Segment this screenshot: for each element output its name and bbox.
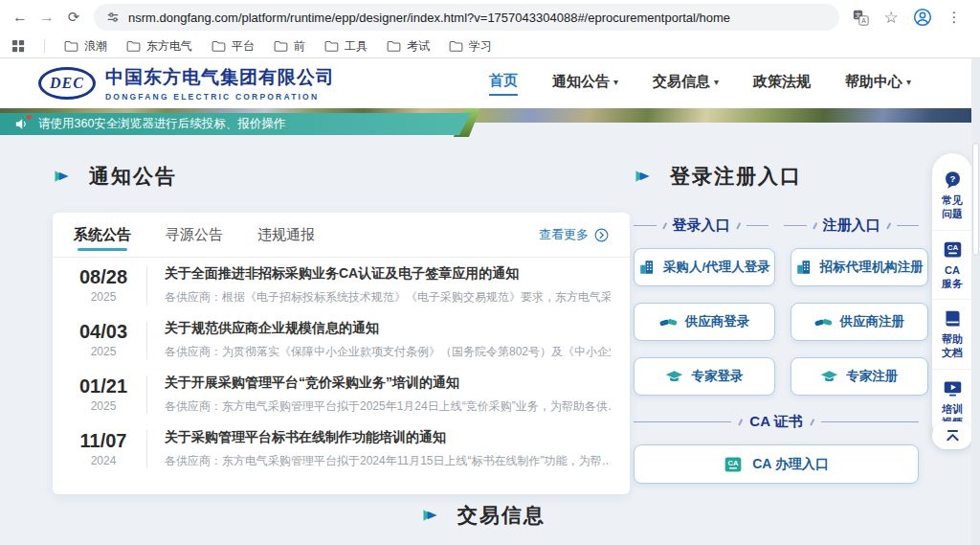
ca-apply-button[interactable]: CA CA 办理入口 — [634, 444, 919, 484]
notice-date: 11/07 2024 — [74, 430, 133, 467]
back-to-top-button[interactable] — [932, 421, 972, 449]
notice-item-title: 关于规范供应商企业规模信息的通知 — [165, 320, 611, 337]
login-entry-header: 登录入口 — [634, 216, 768, 235]
toolbar-actions: 文 A — [847, 5, 972, 30]
browser-toolbar: nsrm.dongfang.com/platform/runtime/epp/d… — [0, 0, 980, 34]
notification-dot — [27, 115, 32, 120]
bookmark-label: 东方电气 — [146, 38, 192, 55]
nav-policies[interactable]: 政策法规 — [753, 73, 811, 95]
video-screen-icon — [943, 378, 963, 398]
rail-label: CA服务 — [940, 263, 965, 291]
ca-certificate-header: CA 证书 — [634, 413, 919, 431]
notice-item-title: 关于开展采购管理平台“竞价采购业务”培训的通知 — [165, 375, 611, 392]
scrollbar-thumb[interactable] — [972, 143, 979, 256]
graduation-cap-icon — [820, 368, 838, 386]
button-label: CA 办理入口 — [752, 456, 829, 473]
notice-item-title: 关于采购管理平台标书在线制作功能培训的通知 — [165, 429, 611, 446]
notice-list-item[interactable]: 04/03 2025 关于规范供应商企业规模信息的通知 各供应商：为贯彻落实《保… — [53, 312, 630, 367]
svg-text:CA: CA — [947, 243, 958, 252]
notice-item-desc: 各供应商：东方电气采购管理平台拟于2025年1月24日上线“竞价采购”业务，为帮… — [165, 398, 611, 415]
nav-home[interactable]: 首页 — [489, 72, 518, 96]
scrollbar[interactable] — [971, 58, 980, 545]
apps-grid-icon[interactable] — [11, 39, 25, 53]
bookmarks-bar: 浪潮 东方电气 平台 前 工具 考试 学习 — [0, 34, 980, 57]
brand-logo[interactable]: DEC 中国东方电气集团有限公司 DONGFANG ELECTRIC CORPO… — [38, 65, 335, 102]
bookmark-label: 工具 — [345, 38, 368, 55]
bookmark-folder[interactable]: 工具 — [324, 38, 368, 55]
faq-button[interactable]: ? 常见问题 — [932, 161, 972, 230]
announcement-ticker[interactable]: 请使用360安全浏览器进行后续投标、报价操作 — [0, 113, 471, 135]
tab-sourcing-notices[interactable]: 寻源公告 — [166, 213, 223, 257]
expert-login-button[interactable]: 专家登录 — [634, 357, 775, 396]
bookmark-folder[interactable]: 浪潮 — [64, 38, 107, 55]
supplier-register-button[interactable]: 供应商注册 — [791, 303, 928, 341]
view-more-label: 查看更多 — [539, 226, 589, 243]
nav-notices[interactable]: 通知公告 — [552, 73, 618, 95]
notice-list-item[interactable]: 01/21 2025 关于开展采购管理平台“竞价采购业务”培训的通知 各供应商：… — [53, 367, 630, 421]
ca-badge-icon: CA — [724, 455, 743, 474]
ca-card-icon: CA — [943, 239, 963, 260]
back-icon[interactable] — [8, 5, 33, 30]
profile-avatar-icon[interactable] — [913, 8, 932, 27]
view-more-link[interactable]: 查看更多 — [539, 226, 609, 243]
handshake-icon — [659, 313, 678, 331]
notice-list-item[interactable]: 08/28 2025 关于全面推进非招标采购业务CA认证及电子签章应用的通知 各… — [53, 258, 630, 312]
nav-trade-info[interactable]: 交易信息 — [653, 73, 719, 95]
translate-icon[interactable]: 文 A — [853, 10, 869, 26]
login-title: 登录注册入口 — [670, 163, 802, 190]
notice-card: 系统公告 寻源公告 违规通报 查看更多 08/28 2025 关于全面推进非招标… — [53, 213, 630, 494]
company-name-en: DONGFANG ELECTRIC CORPORATION — [105, 92, 335, 102]
bidding-agency-register-button[interactable]: 招标代理机构注册 — [791, 248, 928, 286]
question-bubble-icon: ? — [943, 170, 963, 190]
handshake-icon — [814, 313, 833, 331]
tab-violation-reports[interactable]: 违规通报 — [257, 213, 315, 257]
button-label: 专家注册 — [846, 368, 898, 385]
bookmark-folder[interactable]: 东方电气 — [126, 38, 192, 55]
button-label: 供应商登录 — [685, 313, 750, 330]
dec-logo-icon: DEC — [38, 67, 96, 100]
building-icon — [638, 259, 656, 276]
button-label: 采购人/代理人登录 — [663, 259, 770, 276]
login-section-title: 登录注册入口 — [634, 163, 919, 190]
help-docs-button[interactable]: 帮助文档 — [932, 299, 972, 369]
rail-label: 常见问题 — [940, 193, 965, 221]
divider — [146, 321, 147, 359]
svg-text:?: ? — [949, 173, 955, 184]
section-arrow-icon — [53, 167, 72, 186]
notice-date: 01/21 2025 — [74, 375, 133, 413]
bookmark-folder[interactable]: 平台 — [212, 38, 255, 55]
button-label: 招标代理机构注册 — [820, 259, 924, 276]
bookmark-label: 考试 — [407, 38, 430, 55]
svg-text:A: A — [861, 17, 866, 24]
bookmark-folder[interactable]: 考试 — [387, 38, 430, 55]
trade-section-title: 交易信息 — [421, 502, 546, 529]
menu-kebab-icon[interactable] — [942, 5, 967, 30]
bookmark-star-icon[interactable] — [879, 5, 903, 30]
to-top-icon — [944, 426, 962, 444]
site-header: DEC 中国东方电气集团有限公司 DONGFANG ELECTRIC CORPO… — [0, 58, 980, 108]
ca-service-button[interactable]: CA CA服务 — [932, 230, 972, 300]
notice-item-title: 关于全面推进非招标采购业务CA认证及电子签章应用的通知 — [165, 265, 611, 283]
notice-date: 04/03 2025 — [74, 321, 133, 358]
browser-chrome: nsrm.dongfang.com/platform/runtime/epp/d… — [0, 0, 980, 58]
address-bar[interactable]: nsrm.dongfang.com/platform/runtime/epp/d… — [94, 4, 839, 31]
bookmark-folder[interactable]: 学习 — [449, 38, 492, 55]
bookmark-label: 平台 — [232, 38, 255, 55]
forward-icon[interactable] — [34, 5, 59, 30]
divider — [146, 266, 147, 305]
site-settings-icon[interactable] — [105, 10, 121, 25]
nav-help-center[interactable]: 帮助中心 — [845, 73, 911, 95]
main-nav: 首页 通知公告 交易信息 政策法规 帮助中心 — [489, 72, 980, 96]
reload-icon[interactable] — [61, 5, 86, 30]
floating-sidebar: ? 常见问题 CA CA服务 帮助文档 培训视频 — [932, 153, 972, 443]
tab-system-notices[interactable]: 系统公告 — [74, 213, 131, 257]
notice-tabs: 系统公告 寻源公告 违规通报 查看更多 — [53, 213, 630, 258]
notice-list-item[interactable]: 11/07 2024 关于采购管理平台标书在线制作功能培训的通知 各供应商：东方… — [53, 421, 630, 476]
speaker-icon — [13, 116, 31, 133]
purchaser-agent-login-button[interactable]: 采购人/代理人登录 — [634, 248, 775, 286]
expert-register-button[interactable]: 专家注册 — [791, 357, 928, 396]
supplier-login-button[interactable]: 供应商登录 — [634, 303, 775, 341]
notice-item-desc: 各供应商：东方电气采购管理平台拟于2024年11月15日上线“标书在线制作”功能… — [165, 453, 611, 469]
book-icon — [943, 308, 963, 329]
bookmark-folder[interactable]: 前 — [274, 38, 305, 55]
